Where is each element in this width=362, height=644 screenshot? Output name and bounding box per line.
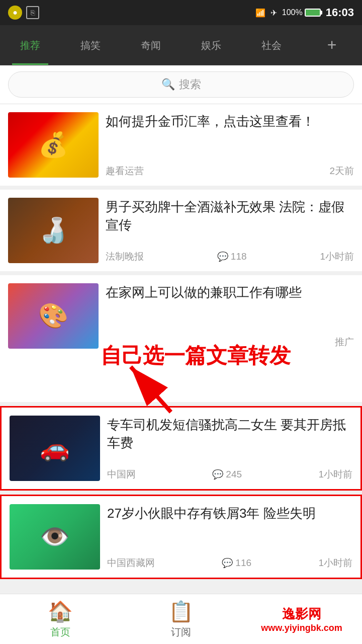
news-list: 如何提升金币汇率，点击这里查看！ 趣看运营 2天前 男子买劲牌十全酒滋补无效果 … — [0, 104, 362, 579]
news-thumbnail-3 — [8, 283, 99, 349]
usb-icon: ⎘ — [26, 6, 39, 19]
news-item-2[interactable]: 男子买劲牌十全酒滋补无效果 法院：虚假宣传 法制晚报 💬 118 1小时前 — [0, 190, 362, 271]
app-icon: ● — [8, 6, 22, 20]
comment-icon-4: 💬 — [212, 469, 223, 480]
news-comment-4: 💬 245 — [212, 469, 242, 480]
watermark-top: 逸影网 — [282, 605, 321, 623]
news-time-3: 推广 — [335, 336, 354, 349]
thumb-driver-img — [10, 416, 100, 481]
airplane-icon: ✈ — [270, 8, 277, 18]
news-title-5: 27岁小伙眼中存有铁屑3年 险些失明 — [107, 504, 352, 522]
search-container: 🔍 搜索 — [0, 65, 362, 104]
battery-percent: 100% — [282, 8, 303, 17]
search-placeholder: 搜索 — [179, 77, 201, 92]
svg-line-1 — [131, 367, 171, 412]
battery-container: 100% — [282, 8, 321, 17]
news-source-5: 中国西藏网 — [107, 556, 155, 570]
subscribe-label: 订阅 — [171, 625, 191, 639]
bottom-nav-watermark: 逸影网 www.yiyingbk.com — [241, 605, 362, 633]
news-thumbnail-4 — [10, 416, 100, 481]
tab-society[interactable]: 社会 — [241, 25, 302, 65]
tab-entertainment[interactable]: 娱乐 — [181, 25, 241, 65]
home-label: 首页 — [50, 625, 70, 639]
news-content-3: 在家网上可以做的兼职工作有哪些 推广 — [106, 283, 354, 349]
news-comment-count-5: 116 — [235, 557, 251, 569]
home-icon: 🏠 — [48, 600, 73, 623]
news-title-3: 在家网上可以做的兼职工作有哪些 — [106, 283, 354, 301]
news-item-4[interactable]: 专车司机发短信骚扰高二女生 要其开房抵车费 中国网 💬 245 1小时前 — [0, 406, 362, 491]
tab-bar: 推荐 搞笑 奇闻 娱乐 社会 + — [0, 25, 362, 65]
news-comment-count-4: 245 — [226, 469, 242, 480]
news-content-4: 专车司机发短信骚扰高二女生 要其开房抵车费 中国网 💬 245 1小时前 — [107, 416, 352, 481]
news-title-4: 专车司机发短信骚扰高二女生 要其开房抵车费 — [107, 416, 352, 452]
bottom-nav-home[interactable]: 🏠 首页 — [0, 600, 121, 639]
status-bar-right: 📶 ✈ 100% 16:03 — [255, 6, 354, 19]
watermark-bottom: www.yiyingbk.com — [261, 623, 342, 633]
news-thumbnail-1 — [8, 112, 99, 178]
news-time-1: 2天前 — [329, 165, 354, 178]
status-bar: ● ⎘ 📶 ✈ 100% 16:03 — [0, 0, 362, 25]
annotation-overlay: 在家网上可以做的兼职工作有哪些 推广 自己选一篇文章转发 — [0, 275, 362, 402]
subscribe-icon: 📋 — [168, 600, 194, 623]
news-thumbnail-5 — [10, 504, 100, 570]
tab-society-label: 社会 — [261, 39, 282, 52]
bottom-nav: 🏠 首页 📋 订阅 逸影网 www.yiyingbk.com — [0, 594, 362, 644]
tab-recommend-label: 推荐 — [20, 39, 40, 52]
news-time-5: 1小时前 — [318, 556, 352, 570]
status-bar-left: ● ⎘ — [8, 6, 39, 20]
news-item-1[interactable]: 如何提升金币汇率，点击这里查看！ 趣看运营 2天前 — [0, 104, 362, 186]
news-content-2: 男子买劲牌十全酒滋补无效果 法院：虚假宣传 法制晚报 💬 118 1小时前 — [106, 198, 354, 263]
news-source-4: 中国网 — [107, 468, 136, 481]
news-comment-2: 💬 118 — [217, 251, 247, 262]
battery-bar — [305, 9, 321, 17]
news-time-4: 1小时前 — [318, 468, 352, 481]
comment-icon-5: 💬 — [222, 557, 233, 569]
news-meta-1: 趣看运营 2天前 — [106, 165, 354, 178]
tab-funny-label: 搞笑 — [80, 39, 101, 52]
news-comment-5: 💬 116 — [222, 557, 251, 569]
tab-add-icon: + — [327, 36, 337, 54]
tab-weird[interactable]: 奇闻 — [121, 25, 181, 65]
battery-fill — [306, 10, 320, 16]
news-source-2: 法制晚报 — [106, 250, 144, 263]
news-meta-3: 推广 — [106, 336, 354, 349]
news-item-3[interactable]: 在家网上可以做的兼职工作有哪些 推广 — [0, 275, 362, 357]
news-item-5[interactable]: 27岁小伙眼中存有铁屑3年 险些失明 中国西藏网 💬 116 1小时前 — [0, 495, 362, 579]
status-time: 16:03 — [326, 6, 354, 19]
news-meta-2: 法制晚报 💬 118 1小时前 — [106, 250, 354, 263]
thumb-wine-img — [8, 198, 99, 263]
thumb-eye-img — [10, 504, 100, 570]
tab-recommend[interactable]: 推荐 — [0, 25, 60, 65]
news-thumbnail-2 — [8, 198, 99, 263]
comment-icon-2: 💬 — [217, 251, 228, 262]
thumb-craft-img — [8, 283, 99, 349]
thumb-gold-img — [8, 112, 99, 178]
search-input[interactable]: 🔍 搜索 — [8, 71, 354, 98]
news-time-2: 1小时前 — [320, 250, 354, 263]
news-comment-count-2: 118 — [231, 251, 247, 262]
news-content-1: 如何提升金币汇率，点击这里查看！ 趣看运营 2天前 — [106, 112, 354, 178]
tab-add[interactable]: + — [302, 25, 362, 65]
wifi-icon: 📶 — [255, 8, 265, 18]
news-source-1: 趣看运营 — [106, 165, 144, 178]
tab-funny[interactable]: 搞笑 — [60, 25, 121, 65]
news-title-2: 男子买劲牌十全酒滋补无效果 法院：虚假宣传 — [106, 198, 354, 234]
watermark: 逸影网 www.yiyingbk.com — [261, 605, 342, 633]
news-meta-5: 中国西藏网 💬 116 1小时前 — [107, 556, 352, 570]
news-title-1: 如何提升金币汇率，点击这里查看！ — [106, 112, 354, 130]
bottom-nav-subscribe[interactable]: 📋 订阅 — [121, 600, 241, 639]
news-content-5: 27岁小伙眼中存有铁屑3年 险些失明 中国西藏网 💬 116 1小时前 — [107, 504, 352, 570]
news-meta-4: 中国网 💬 245 1小时前 — [107, 468, 352, 481]
search-icon: 🔍 — [161, 78, 175, 91]
tab-weird-label: 奇闻 — [141, 39, 161, 52]
tab-entertainment-label: 娱乐 — [201, 39, 221, 52]
